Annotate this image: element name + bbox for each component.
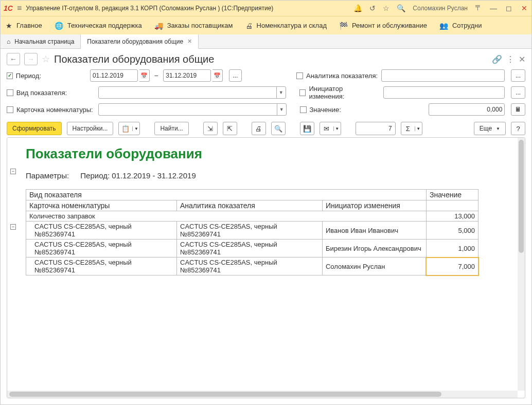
- variant-button[interactable]: 📋▼: [118, 122, 140, 135]
- calendar-from-button[interactable]: 📅: [139, 69, 150, 82]
- settings-button[interactable]: Настройки...: [67, 122, 114, 135]
- nav-main[interactable]: ★Главное: [6, 22, 42, 30]
- forward-button[interactable]: →: [24, 53, 38, 65]
- user-name[interactable]: Соломахин Руслан: [413, 5, 468, 12]
- col-initiator: Инициатор изменения: [322, 200, 426, 211]
- settings-icon[interactable]: 〒: [475, 4, 482, 13]
- minimize-button[interactable]: —: [489, 4, 498, 12]
- report-title: Показатели оборудования: [26, 146, 519, 162]
- more-icon[interactable]: ⋮: [506, 54, 515, 64]
- generate-button[interactable]: Сформировать: [7, 122, 62, 135]
- logo-1c: 1C: [4, 4, 13, 12]
- table-subheader-row: Карточка номенклатуры Аналитика показате…: [26, 200, 478, 211]
- analytics-checkbox[interactable]: [296, 72, 303, 79]
- titlebar: 1C ≡ Управление IT-отделом 8, редакция 3…: [1, 1, 531, 16]
- page-close-button[interactable]: ✕: [519, 54, 525, 64]
- initiator-more-button[interactable]: ...: [511, 86, 525, 99]
- value-input[interactable]: 0,000: [429, 103, 505, 116]
- sum-button[interactable]: Σ▼: [401, 122, 422, 135]
- maximize-button[interactable]: ◻: [505, 4, 513, 12]
- report-content[interactable]: Показатели оборудования Параметры: Перио…: [20, 138, 525, 398]
- tree-gutter: − −: [7, 138, 20, 398]
- table-row[interactable]: CACTUS CS-CE285AS, черный №852369741 CAC…: [26, 240, 478, 257]
- collapse-button[interactable]: ⇱: [223, 122, 237, 135]
- print-button[interactable]: 🖨: [252, 122, 266, 135]
- home-icon: ⌂: [7, 38, 10, 45]
- expand-button[interactable]: ⇲: [203, 122, 218, 135]
- group-row[interactable]: Количество заправок 13,000: [26, 211, 478, 222]
- initiator-input[interactable]: [383, 86, 505, 99]
- users-icon: 👥: [439, 22, 448, 30]
- type-input[interactable]: ▼: [98, 86, 286, 99]
- calc-button[interactable]: 🖩: [511, 103, 525, 116]
- star-icon: ★: [6, 22, 12, 30]
- link-icon[interactable]: 🔗: [492, 54, 502, 64]
- col-card: Карточка номенклатуры: [26, 200, 177, 211]
- close-icon[interactable]: ✕: [187, 38, 192, 45]
- calendar-to-button[interactable]: 📅: [212, 69, 223, 82]
- truck-icon: 🚚: [154, 22, 163, 30]
- back-button[interactable]: ←: [7, 53, 20, 65]
- flag-icon: 🏁: [339, 22, 348, 30]
- vertical-scrollbar[interactable]: [518, 138, 525, 391]
- search-icon[interactable]: 🔍: [397, 4, 405, 12]
- count-input[interactable]: 7: [356, 122, 396, 135]
- period-label: Период:: [16, 72, 87, 80]
- window-title: Управление IT-отделом 8, редакция 3.1 КО…: [26, 5, 349, 12]
- toolbar: Сформировать Настройки... 📋▼ Найти... ⇲ …: [1, 120, 531, 137]
- date-from-input[interactable]: 01.12.2019: [90, 69, 138, 82]
- email-button[interactable]: ✉▼: [320, 122, 341, 135]
- dash: –: [155, 72, 158, 79]
- save-button[interactable]: 💾: [300, 122, 314, 135]
- nav-support[interactable]: 🌐Техническая поддержка: [55, 22, 142, 30]
- analytics-label: Аналитика показателя:: [306, 72, 378, 80]
- titlebar-icons: 🔔 ↺ ☆ 🔍 Соломахин Руслан 〒 — ◻ ✕: [353, 4, 528, 13]
- horizontal-scrollbar[interactable]: [7, 391, 518, 398]
- history-icon[interactable]: ↺: [369, 4, 376, 12]
- col-value: Значение: [426, 190, 478, 200]
- date-to-input[interactable]: 31.12.2019: [163, 69, 211, 82]
- table-header-row: Вид показателя Значение: [26, 190, 478, 200]
- more-button[interactable]: Еще▼: [474, 122, 506, 135]
- nav-orders[interactable]: 🚚Заказы поставщикам: [154, 22, 233, 30]
- page-header: ← → ☆ Показатели оборудования общие 🔗 ⋮ …: [1, 49, 531, 69]
- find-button[interactable]: Найти...: [154, 122, 188, 135]
- initiator-label: Инициатор изменения:: [309, 85, 380, 100]
- table-row[interactable]: CACTUS CS-CE285AS, черный №852369741 CAC…: [26, 257, 478, 275]
- period-more-button[interactable]: ...: [229, 69, 242, 82]
- analytics-input[interactable]: [381, 69, 505, 82]
- favorite-icon[interactable]: ☆: [42, 53, 50, 65]
- analytics-more-button[interactable]: ...: [511, 69, 525, 82]
- value-checkbox[interactable]: [300, 106, 307, 113]
- help-button[interactable]: ?: [511, 122, 525, 135]
- type-checkbox[interactable]: [7, 89, 13, 96]
- nav-staff[interactable]: 👥Сотрудни: [439, 22, 482, 30]
- card-checkbox[interactable]: [7, 106, 13, 113]
- tab-active[interactable]: Показатели оборудования общие ✕: [81, 34, 199, 49]
- star-icon[interactable]: ☆: [383, 4, 389, 12]
- col-type: Вид показателя: [26, 190, 427, 200]
- chevron-down-icon[interactable]: ▼: [276, 87, 286, 98]
- menu-icon[interactable]: ≡: [17, 4, 22, 13]
- nav-repair[interactable]: 🏁Ремонт и обслуживание: [339, 22, 427, 30]
- col-analytics: Аналитика показателя: [177, 200, 323, 211]
- value-label: Значение:: [310, 106, 381, 114]
- period-checkbox[interactable]: [7, 72, 13, 79]
- card-input[interactable]: ▼: [98, 103, 287, 116]
- preview-button[interactable]: 🔍: [271, 122, 286, 135]
- main-nav: ★Главное 🌐Техническая поддержка 🚚Заказы …: [1, 16, 531, 34]
- close-button[interactable]: ✕: [520, 4, 528, 12]
- chevron-down-icon[interactable]: ▼: [277, 104, 286, 115]
- table-row[interactable]: CACTUS CS-CE285AS, черный №852369741 CAC…: [26, 222, 478, 240]
- bell-icon[interactable]: 🔔: [353, 4, 362, 12]
- report-params: Параметры: Период: 01.12.2019 - 31.12.20…: [26, 171, 519, 180]
- tree-collapse-2[interactable]: −: [10, 224, 16, 230]
- type-label: Вид показателя:: [16, 89, 95, 97]
- nav-stock[interactable]: 🖨Номенклатура и склад: [245, 22, 327, 30]
- tab-bar: ⌂ Начальная страница Показатели оборудов…: [1, 34, 531, 49]
- globe-icon: 🌐: [55, 22, 63, 30]
- tab-home[interactable]: ⌂ Начальная страница: [1, 34, 81, 48]
- page-title: Показатели оборудования общие: [54, 53, 488, 65]
- tree-collapse-1[interactable]: −: [10, 169, 16, 174]
- initiator-checkbox[interactable]: [299, 89, 306, 96]
